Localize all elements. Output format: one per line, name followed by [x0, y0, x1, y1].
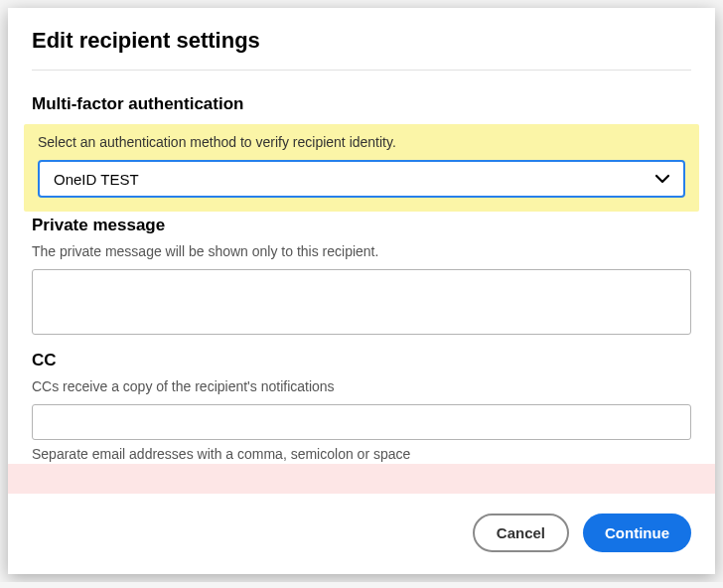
- dialog-buttons: Cancel Continue: [8, 494, 715, 574]
- auth-method-select[interactable]: OneID TEST: [38, 160, 685, 198]
- auth-method-value: OneID TEST: [54, 171, 139, 188]
- private-message-heading: Private message: [32, 216, 691, 235]
- edit-recipient-dialog: Edit recipient settings Multi-factor aut…: [8, 8, 715, 574]
- cc-helper: CCs receive a copy of the recipient's no…: [32, 378, 691, 394]
- cancel-button[interactable]: Cancel: [473, 514, 569, 552]
- dialog-title: Edit recipient settings: [32, 28, 691, 71]
- cc-hint: Separate email addresses with a comma, s…: [32, 446, 691, 462]
- private-message-section: Private message The private message will…: [32, 216, 691, 339]
- error-strip: [8, 464, 715, 494]
- continue-button[interactable]: Continue: [583, 514, 691, 552]
- cc-section: CC CCs receive a copy of the recipient's…: [32, 351, 691, 462]
- private-message-helper: The private message will be shown only t…: [32, 243, 691, 259]
- cc-input[interactable]: [32, 404, 691, 440]
- private-message-input[interactable]: [32, 269, 691, 335]
- mfa-heading: Multi-factor authentication: [32, 94, 691, 114]
- mfa-highlight: Select an authentication method to verif…: [24, 124, 699, 212]
- chevron-down-icon: [655, 174, 669, 184]
- mfa-helper-text: Select an authentication method to verif…: [38, 134, 685, 150]
- dialog-body: Edit recipient settings Multi-factor aut…: [8, 8, 715, 462]
- cc-heading: CC: [32, 351, 691, 370]
- mfa-section: Multi-factor authentication Select an au…: [32, 94, 691, 212]
